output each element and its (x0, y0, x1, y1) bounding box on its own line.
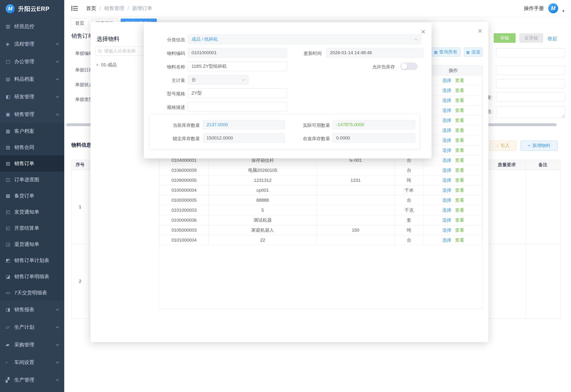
select-link[interactable]: 选择 (442, 78, 451, 83)
order-remark-textarea[interactable] (496, 106, 565, 118)
view-link[interactable]: 查看 (455, 188, 464, 193)
sidebar-item-sales-report[interactable]: ◨销售报表 (0, 301, 64, 318)
select-link[interactable]: 选择 (442, 218, 451, 223)
sidebar-item-rd-mgmt[interactable]: ◧研发管理 (0, 88, 64, 105)
sidebar-item-office-mgmt[interactable]: ▢办公管理 (0, 53, 64, 70)
select-link[interactable]: 选择 (442, 208, 451, 213)
category-select[interactable]: 成品 / 纸杯机 (188, 34, 421, 44)
add-material-button-label: 新增物料 (532, 142, 551, 149)
select-link[interactable]: 选择 (442, 138, 451, 143)
view-link[interactable]: 查看 (455, 178, 464, 183)
table-cell (526, 244, 560, 319)
sidebar-item-business-overview[interactable]: ▥经营总控 (0, 18, 64, 35)
select-link[interactable]: 选择 (442, 238, 451, 243)
model-input[interactable]: ZY型 (188, 88, 287, 98)
select-link[interactable]: 选择 (442, 108, 451, 113)
view-link[interactable]: 查看 (455, 208, 464, 213)
sidebar-item-sales-order[interactable]: ▨销售订单 (0, 155, 64, 171)
view-link[interactable]: 查看 (455, 228, 464, 233)
select-link[interactable]: 选择 (442, 88, 451, 93)
select-link[interactable]: 选择 (442, 118, 451, 123)
sidebar-item-process-mgmt[interactable]: ◈流程管理 (0, 35, 64, 53)
sidebar-item-production-mgmt[interactable]: ▞生产管理 (0, 371, 64, 389)
sidebar-item-order-plan-report[interactable]: ◩销售订单计划表 (0, 252, 64, 268)
manual-link[interactable]: 操作手册 (524, 5, 544, 12)
menu-fold-icon[interactable] (71, 5, 78, 11)
view-link[interactable]: 查看 (455, 238, 464, 243)
sidebar-item-sales-mgmt[interactable]: ▣销售管理 (0, 105, 64, 123)
updated-time-input[interactable]: 2026-01-14 14:48:46 (326, 48, 423, 57)
tree-node-finished-goods[interactable]: 01-成品 (97, 62, 117, 68)
order-field-3[interactable] (496, 79, 565, 88)
select-link[interactable]: 选择 (442, 158, 451, 163)
spec-input[interactable] (188, 102, 287, 112)
select-link[interactable]: 选择 (442, 128, 451, 133)
select-link[interactable]: 选择 (442, 178, 451, 183)
sidebar-item-order-progress[interactable]: ◫订单进度图 (0, 171, 64, 188)
gear-icon: ▫ (6, 360, 14, 365)
sidebar-item-workshop-settings[interactable]: ▫车间设置 (0, 353, 64, 371)
view-link[interactable]: 查看 (455, 88, 464, 93)
tab-home[interactable]: 首页 (71, 18, 89, 28)
material-name-input[interactable]: 118S ZY型纸杯机 (188, 62, 287, 71)
view-link[interactable]: 查看 (455, 138, 464, 143)
select-link[interactable]: 选择 (442, 198, 451, 203)
material-cell-ops: 选择查看 (424, 115, 483, 126)
sidebar-item-sales-contract[interactable]: ▧销售合同 (0, 139, 64, 155)
add-material-button[interactable]: + 新增物料 (521, 141, 558, 151)
sidebar-item-delivery-7day-report[interactable]: ▭7天交货明细表 (0, 285, 64, 301)
collapse-link[interactable]: 收起 (548, 35, 557, 42)
query-all-button[interactable]: ▦ 查询所有 (431, 47, 461, 56)
unit-label: 主计量 (145, 77, 185, 84)
order-field-2[interactable] (496, 66, 565, 75)
close-icon[interactable]: × (478, 27, 482, 35)
view-link[interactable]: 查看 (455, 148, 464, 153)
view-link[interactable]: 查看 (455, 118, 464, 123)
chevron-down-icon[interactable]: ▾ (562, 9, 564, 13)
category-label: 分类信息 (145, 37, 185, 43)
bar-chart-icon: ▥ (6, 24, 14, 29)
model-value: ZY型 (192, 90, 202, 96)
import-button[interactable]: ↓ 引入 (490, 141, 516, 151)
sidebar-item-delivery-notice[interactable]: ◰发货通知单 (0, 204, 64, 220)
sidebar-item-invoice-settlement[interactable]: ◱开票结算单 (0, 220, 64, 236)
avatar[interactable]: M (548, 3, 558, 13)
unit-select[interactable]: 台 (188, 75, 248, 84)
sidebar-item-return-notice[interactable]: ◲退货通知单 (0, 236, 64, 252)
audit-button[interactable]: 审核 (494, 33, 516, 43)
view-link[interactable]: 查看 (455, 168, 464, 173)
breadcrumb-item[interactable]: 首页 (86, 5, 96, 12)
view-link[interactable]: 查看 (455, 108, 464, 113)
select-link[interactable]: 选择 (442, 98, 451, 103)
view-link[interactable]: 查看 (455, 128, 464, 133)
negative-stock-toggle[interactable] (400, 62, 418, 70)
order-field-4[interactable] (496, 92, 565, 101)
select-link[interactable]: 选择 (442, 148, 451, 153)
chevron-down-icon (56, 77, 59, 80)
close-icon[interactable]: × (421, 28, 425, 35)
sidebar-item-customer-archive[interactable]: ▦客户档案 (0, 123, 64, 139)
stock-icon: ▩ (6, 193, 14, 199)
sidebar-item-order-detail-report[interactable]: ◪销售订单明细表 (0, 268, 64, 285)
material-cell-name: 1231312 (209, 175, 317, 185)
sidebar-item-material-archive[interactable]: ▤料品档案 (0, 70, 64, 88)
category-search-input[interactable]: 请输入分类名称 (95, 47, 147, 56)
material-code-input[interactable]: 0101000001 (188, 48, 287, 57)
select-link[interactable]: 选择 (442, 168, 451, 173)
view-link[interactable]: 查看 (455, 78, 464, 83)
sidebar-item-stockup-order[interactable]: ▩备货订单 (0, 188, 64, 204)
select-link[interactable]: 选择 (442, 188, 451, 193)
chevron-down-icon (56, 325, 59, 328)
select-link[interactable]: 选择 (442, 228, 451, 233)
order-field-1[interactable] (496, 48, 565, 57)
view-link[interactable]: 查看 (455, 158, 464, 163)
sidebar-item-purchase-mgmt[interactable]: ▰采购管理 (0, 336, 64, 353)
unaudit-button[interactable]: 反审核 (519, 33, 543, 43)
sidebar-item-production-plan[interactable]: ▱生产计划 (0, 318, 64, 336)
progress-icon: ◫ (6, 177, 14, 182)
view-link[interactable]: 查看 (455, 98, 464, 103)
multi-select-button[interactable]: ▦ 连选 (464, 47, 482, 56)
view-link[interactable]: 查看 (455, 218, 464, 223)
updated-time-value: 2026-01-14 14:48:46 (330, 50, 372, 55)
view-link[interactable]: 查看 (455, 198, 464, 203)
